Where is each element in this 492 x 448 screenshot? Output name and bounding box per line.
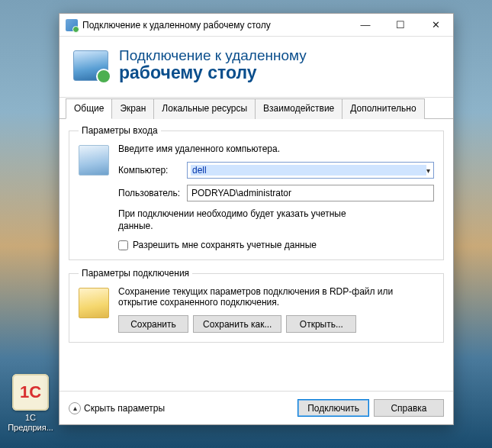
allow-save-input[interactable] [118,240,128,250]
help-button[interactable]: Справка [374,399,444,417]
tab-display[interactable]: Экран [111,98,154,119]
window-title: Подключение к удаленному рабочему столу [82,20,348,31]
minimize-button[interactable]: — [348,14,383,36]
connect-button[interactable]: Подключить [297,399,369,417]
login-group: Параметры входа Введите имя удаленного к… [69,125,444,260]
allow-save-checkbox[interactable]: Разрешить мне сохранять учетные данные [118,240,434,250]
computer-icon [79,145,109,176]
user-label: Пользователь: [118,188,187,198]
tab-experience[interactable]: Взаимодействие [255,98,342,119]
titlebar[interactable]: Подключение к удаленному рабочему столу … [59,14,453,37]
window-controls: — ☐ ✕ [348,14,453,36]
dialog-footer: ▴ Скрыть параметры Подключить Справка [59,391,453,424]
open-button[interactable]: Открыть... [286,315,356,333]
one-c-icon: 1С [12,374,49,411]
computer-value: dell [191,165,426,176]
desktop-shortcut-1c[interactable]: 1С 1СПредприя... [7,374,54,433]
connection-legend: Параметры подключения [79,268,192,279]
tab-local-resources[interactable]: Локальные ресурсы [153,98,256,119]
save-button[interactable]: Сохранить [118,315,188,333]
chevron-up-icon: ▴ [69,402,81,414]
hide-options-link[interactable]: ▴ Скрыть параметры [69,402,165,414]
allow-save-label: Разрешить мне сохранять учетные данные [133,240,317,250]
computer-label: Компьютер: [118,165,187,176]
chevron-down-icon: ▾ [426,166,430,175]
folder-icon [79,288,109,318]
login-legend: Параметры входа [79,125,161,136]
banner-title: Подключение к удаленному рабочему столу [119,47,307,83]
tab-strip: Общие Экран Локальные ресурсы Взаимодейс… [59,98,453,119]
save-as-button[interactable]: Сохранить как... [193,315,281,333]
rdp-banner-icon [73,50,108,81]
computer-combo[interactable]: dell ▾ [187,162,434,179]
banner: Подключение к удаленному рабочему столу [59,37,453,98]
login-intro: Введите имя удаленного компьютера. [118,143,434,154]
rdp-app-icon [66,19,78,31]
credentials-note: При подключении необходимо будет указать… [118,208,378,232]
tab-general[interactable]: Общие [66,98,112,119]
close-button[interactable]: ✕ [418,14,453,36]
connection-group: Параметры подключения Сохранение текущих… [69,268,444,343]
connection-intro: Сохранение текущих параметров подключени… [118,286,434,308]
tab-advanced[interactable]: Дополнительно [342,98,424,119]
desktop-shortcut-label: 1СПредприя... [7,413,54,433]
rdp-dialog: Подключение к удаленному рабочему столу … [59,13,454,425]
tab-content: Параметры входа Введите имя удаленного к… [59,119,453,356]
hide-options-label: Скрыть параметры [84,403,165,414]
maximize-button[interactable]: ☐ [383,14,418,36]
username-field[interactable] [187,185,434,201]
